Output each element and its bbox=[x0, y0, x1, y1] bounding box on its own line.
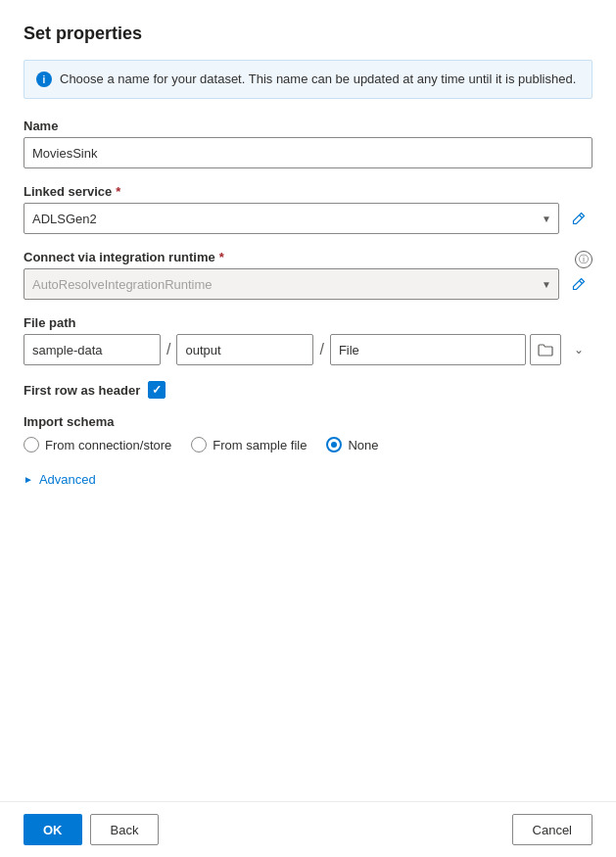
radio-dot-none bbox=[331, 442, 337, 448]
first-row-header-label: First row as header bbox=[24, 383, 140, 398]
radio-label-sample: From sample file bbox=[213, 438, 307, 452]
integration-runtime-dropdown-wrapper: AutoResolveIntegrationRuntime ▼ bbox=[24, 268, 559, 300]
file-path-browse-button[interactable] bbox=[530, 334, 561, 365]
file-path-group: File path / / ⌄ bbox=[24, 315, 592, 365]
info-banner: i Choose a name for your dataset. This n… bbox=[24, 60, 592, 99]
integration-runtime-label: Connect via integration runtime * bbox=[24, 250, 224, 264]
page-title: Set properties bbox=[24, 24, 592, 44]
radio-option-none[interactable]: None bbox=[326, 437, 378, 452]
integration-runtime-info-button[interactable]: ⓘ bbox=[575, 251, 592, 268]
import-schema-label: Import schema bbox=[24, 414, 592, 429]
name-input[interactable] bbox=[24, 137, 592, 168]
back-button[interactable]: Back bbox=[90, 814, 160, 845]
cancel-button[interactable]: Cancel bbox=[512, 814, 592, 845]
runtime-required-indicator: * bbox=[219, 250, 224, 264]
integration-runtime-dropdown[interactable]: AutoResolveIntegrationRuntime bbox=[24, 268, 559, 300]
import-schema-options: From connection/store From sample file N… bbox=[24, 437, 592, 452]
integration-runtime-row: AutoResolveIntegrationRuntime ▼ bbox=[24, 268, 592, 300]
radio-label-none: None bbox=[348, 438, 378, 452]
file-path-part1-input[interactable] bbox=[24, 334, 161, 365]
info-icon: i bbox=[36, 71, 52, 87]
ok-button[interactable]: OK bbox=[24, 814, 82, 845]
advanced-section[interactable]: ► Advanced bbox=[24, 472, 592, 487]
import-schema-group: Import schema From connection/store From… bbox=[24, 414, 592, 452]
radio-option-sample[interactable]: From sample file bbox=[191, 437, 307, 452]
checkmark-icon: ✓ bbox=[152, 383, 162, 397]
linked-service-label: Linked service * bbox=[24, 184, 592, 199]
file-path-row: / / ⌄ bbox=[24, 334, 592, 365]
integration-runtime-label-row: Connect via integration runtime * ⓘ bbox=[24, 250, 592, 268]
linked-service-row: ADLSGen2 ▼ bbox=[24, 203, 592, 234]
linked-service-field-group: Linked service * ADLSGen2 ▼ bbox=[24, 184, 592, 234]
radio-label-connection: From connection/store bbox=[45, 438, 171, 452]
advanced-label: Advanced bbox=[39, 472, 96, 487]
radio-circle-none[interactable] bbox=[326, 437, 342, 452]
integration-runtime-edit-button[interactable] bbox=[565, 270, 592, 298]
file-path-label: File path bbox=[24, 315, 592, 330]
linked-service-edit-button[interactable] bbox=[565, 205, 592, 232]
name-label: Name bbox=[24, 119, 592, 133]
file-path-separator-2: / bbox=[317, 341, 325, 358]
file-path-expand-button[interactable]: ⌄ bbox=[565, 334, 592, 365]
linked-service-dropdown-wrapper: ADLSGen2 ▼ bbox=[24, 203, 559, 234]
advanced-chevron-icon: ► bbox=[24, 474, 33, 485]
radio-option-connection[interactable]: From connection/store bbox=[24, 437, 171, 452]
name-field-group: Name bbox=[24, 119, 592, 168]
file-path-part3-input[interactable] bbox=[330, 334, 526, 365]
file-path-separator-1: / bbox=[165, 341, 172, 358]
file-path-part2-input[interactable] bbox=[176, 334, 313, 365]
radio-circle-sample[interactable] bbox=[191, 437, 207, 452]
linked-service-dropdown[interactable]: ADLSGen2 bbox=[24, 203, 559, 234]
radio-circle-connection[interactable] bbox=[24, 437, 39, 452]
footer: OK Back Cancel bbox=[0, 801, 616, 857]
first-row-header-group: First row as header ✓ bbox=[24, 381, 592, 399]
info-banner-text: Choose a name for your dataset. This nam… bbox=[60, 71, 576, 88]
required-indicator: * bbox=[116, 184, 120, 199]
integration-runtime-field-group: Connect via integration runtime * ⓘ Auto… bbox=[24, 250, 592, 300]
first-row-header-checkbox[interactable]: ✓ bbox=[148, 381, 166, 399]
